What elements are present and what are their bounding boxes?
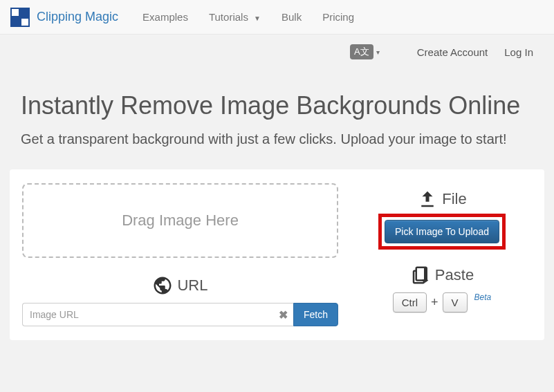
beta-badge: Beta	[474, 292, 492, 302]
url-label: URL	[177, 277, 207, 295]
drop-zone[interactable]: Drag Image Here	[22, 183, 338, 258]
globe-icon	[152, 275, 173, 296]
pick-image-button[interactable]: Pick Image To Upload	[385, 220, 499, 243]
nav-tutorials[interactable]: Tutorials ▼	[198, 1, 271, 33]
paste-label: Paste	[435, 266, 474, 284]
fetch-button[interactable]: Fetch	[293, 303, 338, 326]
login-link[interactable]: Log In	[504, 46, 533, 58]
clear-icon[interactable]: ✖	[279, 308, 288, 321]
hero: Instantly Remove Image Backgrounds Onlin…	[0, 64, 554, 162]
create-account-link[interactable]: Create Account	[417, 46, 488, 58]
language-selector[interactable]: A文 ▾	[350, 44, 380, 59]
nav-examples[interactable]: Examples	[132, 1, 198, 33]
upload-card: Drag Image Here URL ✖ Fetch File Pick Im…	[10, 169, 544, 340]
upload-left: Drag Image Here URL ✖ Fetch	[22, 183, 352, 326]
file-section-head: File	[417, 189, 466, 209]
plus-icon: +	[431, 295, 438, 310]
drop-zone-label: Drag Image Here	[122, 212, 239, 230]
upload-right: File Pick Image To Upload Paste Ctrl + V…	[352, 183, 532, 326]
paste-section-head: Paste	[410, 265, 474, 286]
nav-tutorials-label: Tutorials	[209, 11, 248, 23]
highlight-box: Pick Image To Upload	[378, 214, 506, 250]
brand-text: Clipping Magic	[37, 10, 118, 24]
url-input-wrap: ✖	[22, 303, 293, 326]
logo-icon	[10, 8, 30, 27]
nav-pricing[interactable]: Pricing	[312, 1, 364, 33]
clipboard-icon	[410, 265, 431, 286]
chevron-down-icon: ▼	[254, 15, 261, 22]
key-ctrl: Ctrl	[393, 292, 427, 312]
nav-bulk[interactable]: Bulk	[271, 1, 312, 33]
brand[interactable]: Clipping Magic	[10, 8, 118, 27]
chevron-down-icon: ▾	[376, 48, 380, 56]
translate-icon: A文	[350, 44, 373, 59]
page-subtitle: Get a transparent background with just a…	[21, 129, 533, 149]
paste-keys: Ctrl + V Beta	[393, 292, 492, 312]
key-v: V	[443, 292, 468, 312]
sub-nav: A文 ▾ Create Account Log In	[0, 35, 554, 64]
url-group: ✖ Fetch	[22, 303, 338, 326]
top-nav: Clipping Magic Examples Tutorials ▼ Bulk…	[0, 0, 554, 35]
url-section-head: URL	[22, 275, 338, 296]
file-label: File	[442, 190, 466, 208]
upload-icon	[417, 189, 438, 209]
url-input[interactable]	[22, 303, 293, 326]
page-title: Instantly Remove Image Backgrounds Onlin…	[21, 91, 533, 120]
